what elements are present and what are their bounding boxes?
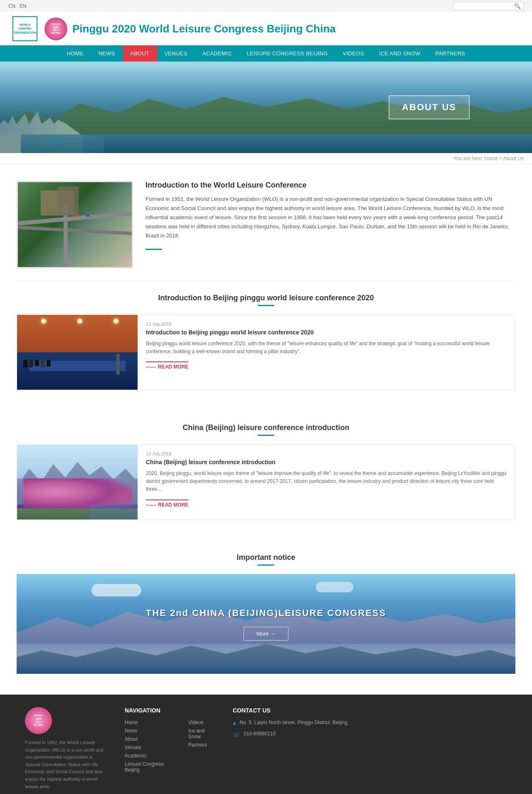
section2-underline xyxy=(258,305,274,306)
section2: Introduction to Beijing pinggu world lei… xyxy=(17,281,515,411)
phone-icon: ☏ xyxy=(233,731,240,738)
nav-about[interactable]: ABOUT xyxy=(123,45,157,62)
read-more-label-2: READ MORE xyxy=(158,502,188,508)
search-input[interactable] xyxy=(456,3,514,9)
teal-divider xyxy=(145,249,162,250)
hero-banner: ABOUT US xyxy=(0,62,532,153)
footer-nav-title: NAVIGATION xyxy=(125,707,216,714)
nav-partners[interactable]: PARTNERS xyxy=(428,45,473,62)
wlo-logo: WORLDLEISUREORGANIZATION xyxy=(12,16,37,41)
read-more-arrow: —— xyxy=(146,364,156,370)
footer-link-academic[interactable]: Academic xyxy=(125,753,176,759)
footer-contact-title: CONTACT US xyxy=(233,707,507,714)
footer-nav-links-1: Home News About Venues Academic Leisure … xyxy=(125,720,176,775)
wlo-intro-body: Formed in 1952, the World Leisure Organi… xyxy=(145,195,515,240)
section3-title: China (Beijing) leisure conference intro… xyxy=(17,423,515,432)
footer-logo: PINGGU2020WLCBEIJING xyxy=(25,707,52,734)
site-title: Pinggu 2020 World Leisure Congress Beiji… xyxy=(72,22,336,35)
article-1-image xyxy=(17,315,138,390)
top-bar: CN EN 🔍 xyxy=(0,0,532,12)
article-2-title: China (Beijing) leisure conference intro… xyxy=(146,459,507,465)
nav-videos[interactable]: VIDEOS xyxy=(335,45,372,62)
footer-phone: ☏ 010-69960110 xyxy=(233,731,507,738)
nav-ice-snow[interactable]: ICE AND SNOW xyxy=(372,45,428,62)
pinggu-logo: PINGGU2020WLCBEIJING xyxy=(43,16,68,41)
wlo-intro-text: Introduction to the World Leisure Confer… xyxy=(145,181,515,268)
article-2-body: 13 July,2018 China (Beijing) leisure con… xyxy=(138,445,515,519)
footer-desc: Formed in 1952, the World Leisure Organi… xyxy=(25,739,108,790)
section3-underline xyxy=(258,435,274,436)
nav-news[interactable]: NEWS xyxy=(91,45,123,62)
footer-link-videos[interactable]: Videos xyxy=(188,720,216,725)
article-card-2: 13 July,2018 China (Beijing) leisure con… xyxy=(17,444,515,520)
search-box[interactable]: 🔍 xyxy=(453,2,524,10)
notice-title: Important notice xyxy=(17,553,515,562)
footer-link-home[interactable]: Home xyxy=(125,720,176,725)
notice-more-button[interactable]: More → xyxy=(244,627,288,641)
article-1-date: 13 July,2018 xyxy=(146,322,507,327)
read-more-arrow-2: —— xyxy=(146,502,156,508)
article-2-date: 13 July,2018 xyxy=(146,451,507,456)
main-content: Introduction to the World Leisure Confer… xyxy=(0,164,532,695)
notice-banner: THE 2nd CHINA (BEIJING)LEISURE CONGRESS … xyxy=(17,574,515,674)
footer-contact-col: CONTACT US ● No. 5, Laiyin North street,… xyxy=(233,707,507,742)
article-card-1: 13 July,2018 Introduction to Beijing pin… xyxy=(17,314,515,390)
article-2-read-more[interactable]: —— READ MORE xyxy=(146,500,188,508)
footer-link-venues[interactable]: Venues xyxy=(125,745,176,750)
footer-nav-links-2: Videos Ice and Snow Partners xyxy=(188,720,216,775)
footer-link-partners[interactable]: Partners xyxy=(188,742,216,748)
article-1-title: Introduction to Beijing pinggu world lei… xyxy=(146,329,507,336)
article-2-text: 2020, Beijing pinggu, world leisure expo… xyxy=(146,470,507,494)
footer-address: ● No. 5, Laiyin North street, Pinggu Dis… xyxy=(233,720,507,727)
section3: China (Beijing) leisure conference intro… xyxy=(17,411,515,541)
nav-academic[interactable]: ACADEMIC xyxy=(195,45,239,62)
nav-home[interactable]: HOME xyxy=(59,45,91,62)
lang-en[interactable]: EN xyxy=(20,3,27,9)
wlo-intro-image xyxy=(17,181,133,268)
hero-title: ABOUT US xyxy=(389,95,470,119)
location-icon: ● xyxy=(233,720,236,727)
lang-cn[interactable]: CN xyxy=(8,3,15,9)
breadcrumb: You are here: Home > About Us xyxy=(0,153,532,164)
footer-nav-col: NAVIGATION Home News About Venues Academ… xyxy=(125,707,216,775)
notice-section: Important notice THE 2nd CHINA (BEIJING)… xyxy=(17,541,515,686)
article-1-body: 13 July,2018 Introduction to Beijing pin… xyxy=(138,315,515,390)
wlo-intro-title: Introduction to the World Leisure Confer… xyxy=(145,181,515,190)
notice-banner-text: THE 2nd CHINA (BEIJING)LEISURE CONGRESS xyxy=(146,608,386,618)
nav-leisure-congress[interactable]: LEISURE CONGRESS BEIJING xyxy=(239,45,335,62)
article-1-text: Beijing pinggu world leisure conference … xyxy=(146,340,507,356)
article-1-read-more[interactable]: —— READ MORE xyxy=(146,361,188,370)
footer: PINGGU2020WLCBEIJING Formed in 1952, the… xyxy=(0,695,532,794)
section2-title: Introduction to Beijing pinggu world lei… xyxy=(17,294,515,302)
footer-link-ice-snow[interactable]: Ice and Snow xyxy=(188,728,216,740)
footer-logo-col: PINGGU2020WLCBEIJING Formed in 1952, the… xyxy=(25,707,108,794)
footer-phone-text: 010-69960110 xyxy=(244,731,276,737)
header: WORLDLEISUREORGANIZATION PINGGU2020WLCBE… xyxy=(0,12,532,45)
article-2-image xyxy=(17,445,138,519)
notice-underline xyxy=(258,564,274,566)
footer-address-text: No. 5, Laiyin North street, Pinggu Distr… xyxy=(239,720,347,725)
wlo-intro-section: Introduction to the World Leisure Confer… xyxy=(17,173,515,281)
read-more-label: READ MORE xyxy=(158,364,188,370)
nav-venues[interactable]: VENUES xyxy=(157,45,195,62)
footer-link-news[interactable]: News xyxy=(125,728,176,734)
lang-links[interactable]: CN EN xyxy=(8,3,29,9)
footer-link-about[interactable]: About xyxy=(125,736,176,742)
footer-link-lcb[interactable]: Leisure Congress Beijing xyxy=(125,761,176,773)
main-nav: HOME NEWS ABOUT VENUES ACADEMIC LEISURE … xyxy=(0,45,532,62)
search-button[interactable]: 🔍 xyxy=(514,3,521,9)
logo-area: WORLDLEISUREORGANIZATION PINGGU2020WLCBE… xyxy=(12,16,68,41)
